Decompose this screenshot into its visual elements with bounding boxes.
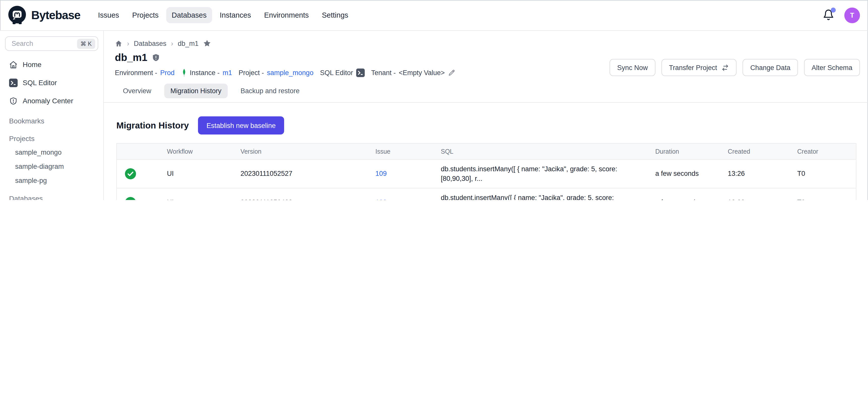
sidebar-item-label: Anomaly Center [23, 97, 73, 105]
alter-schema-button[interactable]: Alter Schema [804, 59, 860, 76]
project-link[interactable]: sample_mongo [267, 69, 314, 76]
sidebar-item-anomaly-center[interactable]: Anomaly Center [0, 92, 103, 110]
mongodb-leaf-icon [181, 68, 187, 77]
table-row: UI20230111052527109db.students.insertMan… [117, 159, 856, 188]
breadcrumb-home-icon[interactable] [115, 39, 122, 47]
version-cell: 20230111052527 [241, 159, 376, 188]
terminal-icon [9, 78, 18, 87]
migration-table-wrap: Workflow Version Issue SQL Duration Crea… [116, 143, 857, 200]
nav-item-environments[interactable]: Environments [258, 7, 314, 23]
col-creator: Creator [797, 143, 856, 159]
breadcrumb-separator: › [171, 39, 173, 48]
button-label: Change Data [750, 64, 790, 71]
environment-link[interactable]: Prod [160, 69, 175, 76]
main-content: › Databases › db_m1 db_m1 [104, 31, 868, 200]
notifications-bell-icon[interactable] [823, 9, 835, 21]
environment-label: Environment - [115, 69, 157, 76]
instance-link[interactable]: m1 [223, 69, 232, 76]
workflow-cell: UI [167, 188, 241, 200]
project-label: Project - [239, 69, 264, 76]
created-cell: 13:08 [728, 188, 797, 200]
nav-item-settings[interactable]: Settings [316, 7, 354, 23]
tenant-value: <Empty Value> [399, 69, 445, 76]
sidebar-item-label: SQL Editor [23, 79, 57, 87]
sidebar-item-sample-mongo[interactable]: sample_mongo [0, 145, 103, 159]
status-success-icon [125, 168, 167, 179]
breadcrumb-db-m1[interactable]: db_m1 [178, 39, 199, 47]
version-cell: 20230111050423 [241, 188, 376, 200]
breadcrumb-databases[interactable]: Databases [134, 39, 166, 47]
sql-text: db.students.insertMany([ { name: "Jacika… [441, 164, 642, 184]
issue-link[interactable]: 108 [375, 199, 386, 200]
col-version: Version [241, 143, 376, 159]
top-navbar: Bytebase IssuesProjectsDatabasesInstance… [0, 0, 868, 31]
sidebar-section-projects: Projects [0, 132, 103, 145]
col-created: Created [728, 143, 797, 159]
bookmark-star-icon[interactable] [203, 39, 211, 48]
breadcrumb: › Databases › db_m1 [104, 31, 868, 48]
sql-editor-icon[interactable] [356, 68, 365, 77]
issue-link[interactable]: 109 [375, 170, 386, 178]
migration-section-header: Migration History Establish new baseline [104, 103, 868, 134]
swap-arrows-icon [722, 64, 729, 71]
search-input[interactable] [10, 39, 61, 48]
tab-migration-history[interactable]: Migration History [164, 84, 228, 98]
database-tabs: Overview Migration History Backup and re… [104, 77, 868, 98]
button-label: Transfer Project [669, 64, 717, 71]
database-meta-row: Environment - Prod Instance - m1 Project… [115, 68, 456, 77]
bytebase-logo-icon [6, 4, 28, 26]
sync-now-button[interactable]: Sync Now [610, 59, 655, 76]
shield-alert-icon [9, 96, 18, 105]
brand-name: Bytebase [31, 8, 80, 22]
creator-cell: T0 [797, 188, 856, 200]
nav-item-projects[interactable]: Projects [127, 7, 164, 23]
search-box[interactable]: ⌘ K [5, 36, 98, 51]
establish-baseline-button[interactable]: Establish new baseline [198, 116, 284, 134]
keyboard-shortcut-badge: ⌘ K [77, 38, 95, 49]
sql-editor-label: SQL Editor [320, 69, 353, 76]
col-duration: Duration [655, 143, 728, 159]
breadcrumb-separator: › [127, 39, 129, 48]
sidebar-item-home[interactable]: Home [0, 55, 103, 73]
bytebase-app: Bytebase IssuesProjectsDatabasesInstance… [0, 0, 868, 200]
projects-list: sample_mongosample-diagramsample-pg [0, 145, 103, 187]
nav-item-instances[interactable]: Instances [214, 7, 256, 23]
edit-pencil-icon[interactable] [448, 69, 456, 76]
duration-cell: a few seconds [655, 188, 728, 200]
nav-item-databases[interactable]: Databases [166, 7, 212, 23]
col-issue: Issue [375, 143, 441, 159]
shield-icon [152, 53, 160, 62]
notification-dot [831, 7, 836, 12]
tab-backup-and-restore[interactable]: Backup and restore [235, 84, 306, 98]
bytebase-logo[interactable]: Bytebase [6, 4, 80, 26]
sidebar-item-sample-pg[interactable]: sample-pg [0, 173, 103, 187]
change-data-button[interactable]: Change Data [743, 59, 798, 76]
page-title: db_m1 [115, 52, 147, 63]
sql-text: db.student.insertMany([ { name: "Jacika"… [441, 193, 642, 200]
sidebar-section-bookmarks: Bookmarks [0, 114, 103, 127]
home-icon [9, 60, 18, 69]
sidebar-item-label: Home [23, 60, 41, 68]
transfer-project-button[interactable]: Transfer Project [661, 59, 737, 76]
page-header: db_m1 Environment - Prod [104, 48, 868, 77]
table-header-row: Workflow Version Issue SQL Duration Crea… [117, 143, 856, 159]
sidebar-menu: Home SQL Editor Anomaly Center [0, 55, 103, 110]
creator-cell: T0 [797, 159, 856, 188]
migration-history-heading: Migration History [116, 120, 189, 131]
table-row: UI20230111050423108db.student.insertMany… [117, 188, 856, 200]
page-actions: Sync Now Transfer Project Change Data Al… [610, 59, 860, 76]
button-label: Sync Now [617, 64, 648, 71]
sidebar-item-sql-editor[interactable]: SQL Editor [0, 73, 103, 92]
avatar[interactable]: T [844, 7, 860, 23]
title-block: db_m1 Environment - Prod [115, 52, 456, 77]
status-success-icon [125, 197, 167, 200]
top-nav-links: IssuesProjectsDatabasesInstancesEnvironm… [92, 7, 354, 23]
nav-item-issues[interactable]: Issues [92, 7, 125, 23]
sidebar: ⌘ K Home SQL Editor [0, 31, 104, 200]
col-status [117, 143, 167, 159]
sidebar-item-sample-diagram[interactable]: sample-diagram [0, 159, 103, 173]
workflow-cell: UI [167, 159, 241, 188]
tab-overview[interactable]: Overview [117, 84, 157, 98]
button-label: Alter Schema [812, 64, 852, 71]
instance-label: Instance - [190, 69, 220, 76]
